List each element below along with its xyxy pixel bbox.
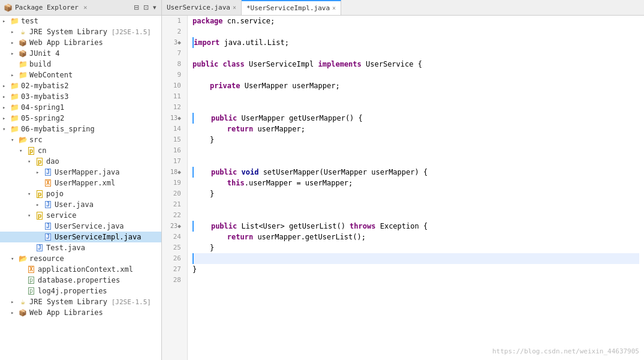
code-line-24[interactable]: return userMapper.getUserList();: [192, 232, 639, 242]
code-line-11[interactable]: [192, 91, 639, 102]
tree-arrow: ▾: [11, 137, 18, 143]
tab-userservice[interactable]: UserService.java ×: [162, 0, 242, 15]
line-number-7: 7: [165, 48, 183, 59]
code-line-22[interactable]: [192, 210, 639, 221]
tree-label: dao: [44, 157, 59, 166]
code-line-16[interactable]: [192, 145, 639, 156]
tree-arrow: ▾: [19, 148, 26, 154]
view-menu-button[interactable]: ▾: [152, 3, 158, 12]
tree-item-log4j-props[interactable]: p log4j.properties: [0, 286, 161, 296]
token: [192, 124, 227, 134]
token: List<User> getUserList(): [237, 221, 350, 232]
code-line-8[interactable]: public class UserServiceImpl implements …: [192, 59, 639, 70]
code-line-26[interactable]: [192, 253, 639, 264]
tab-close-icon[interactable]: ×: [233, 4, 236, 11]
tree-label: 03-mybatis3: [19, 92, 68, 101]
tree-item-usermapper-java[interactable]: ▸ J UserMapper.java: [0, 167, 161, 178]
token: UserMapper getUserMapper() {: [237, 113, 363, 124]
tree-item-database-props[interactable]: p database.properties: [0, 275, 161, 286]
code-line-12[interactable]: [192, 102, 639, 113]
tree-icon: 📂: [18, 135, 28, 145]
code-line-13[interactable]: public UserMapper getUserMapper() {: [192, 113, 639, 124]
tree-arrow: ▾: [2, 126, 10, 132]
tree-item-proj02[interactable]: ▸ 📁 02-mybatis2: [0, 80, 161, 91]
tree-item-appcontext-xml[interactable]: X applicationContext.xml: [0, 264, 161, 275]
tree-item-webapp-libs[interactable]: ▸ 📦 Web App Libraries: [0, 37, 161, 48]
code-line-15[interactable]: }: [192, 134, 639, 145]
code-line-7[interactable]: [192, 48, 639, 59]
tree-icon: p: [35, 189, 44, 199]
tree-item-junit[interactable]: ▸ 📦 JUnit 4: [0, 48, 161, 59]
code-line-17[interactable]: [192, 156, 639, 167]
tree-arrow: ▸: [2, 94, 10, 100]
tree-item-cn[interactable]: ▾ p cn: [0, 145, 161, 156]
token: public: [211, 113, 237, 124]
code-line-19[interactable]: this.userMapper = userMapper;: [192, 178, 639, 188]
code-line-20[interactable]: }: [192, 188, 639, 199]
tree-label: JRE System Library [J2SE-1.5]: [28, 298, 151, 306]
close-icon[interactable]: ×: [83, 4, 88, 11]
tree-item-proj03[interactable]: ▸ 📁 03-mybatis3: [0, 91, 161, 102]
tree-label: log4j.properties: [36, 287, 107, 295]
tab-close-icon[interactable]: ×: [332, 5, 336, 11]
tree-item-build[interactable]: 📁 build: [0, 59, 161, 70]
link-with-editor-button[interactable]: ⊡: [142, 3, 150, 12]
code-line-28[interactable]: [192, 275, 639, 286]
tree-item-service[interactable]: ▾ p service: [0, 210, 161, 221]
tree-item-resource[interactable]: ▾ 📂 resource: [0, 253, 161, 264]
line-number-16: 16: [165, 145, 183, 156]
tree-item-usermapper-xml[interactable]: X UserMapper.xml: [0, 178, 161, 188]
tree-arrow: ▸: [2, 83, 10, 89]
code-area[interactable]: 123◆78910111213◆1415161718◆1920212223◆24…: [162, 16, 644, 360]
tree-item-jre2[interactable]: ▸ ☕ JRE System Library [J2SE-1.5]: [0, 296, 161, 307]
code-line-18[interactable]: public void setUserMapper(UserMapper use…: [192, 167, 639, 178]
code-line-9[interactable]: [192, 70, 639, 80]
tree-item-userservice-java[interactable]: J UserService.java: [0, 221, 161, 232]
code-line-27[interactable]: }: [192, 264, 639, 275]
tree-arrow: ▸: [2, 18, 10, 24]
tree-item-proj04[interactable]: ▸ 📁 04-spring1: [0, 102, 161, 113]
token: return: [227, 232, 253, 242]
line-number-12: 12: [165, 102, 183, 113]
line-number-9: 9: [165, 70, 183, 80]
code-content[interactable]: package cn.service; import java.util.Lis…: [188, 16, 644, 360]
token: java.util.List;: [219, 37, 289, 48]
tree-label: JUnit 4: [28, 49, 60, 58]
token: package: [192, 16, 223, 26]
tree-container: ▸ 📁 test ▸ ☕ JRE System Library [J2SE-1.…: [0, 16, 161, 360]
token: }: [192, 188, 214, 199]
tree-item-webapp-libs2[interactable]: ▸ 📦 Web App Libraries: [0, 307, 161, 318]
code-line-2[interactable]: [192, 26, 639, 37]
tree-item-test[interactable]: ▸ 📁 test: [0, 16, 161, 26]
code-line-25[interactable]: }: [192, 242, 639, 253]
tree-item-dao[interactable]: ▾ p dao: [0, 156, 161, 167]
code-line-14[interactable]: return userMapper;: [192, 124, 639, 134]
collapse-all-button[interactable]: ⊟: [133, 3, 140, 12]
tree-icon: J: [43, 200, 53, 209]
code-line-1[interactable]: package cn.service;: [192, 16, 639, 26]
code-line-3[interactable]: import java.util.List;: [192, 37, 639, 48]
tab-userserviceimpl[interactable]: *UserServiceImpl.java ×: [242, 0, 341, 15]
tree-item-src[interactable]: ▾ 📂 src: [0, 134, 161, 145]
tree-label: UserMapper.xml: [53, 179, 115, 187]
token: [218, 59, 222, 70]
tree-item-test-java[interactable]: J Test.java: [0, 242, 161, 253]
tree-item-pojo[interactable]: ▾ p pojo: [0, 188, 161, 199]
tree-item-proj05[interactable]: ▸ 📁 05-spring2: [0, 113, 161, 124]
tree-icon: p: [35, 211, 44, 220]
tree-label: 06-mybatis_spring: [19, 125, 95, 133]
tree-icon: 📂: [18, 254, 28, 263]
tree-item-user-java[interactable]: ▸ J User.java: [0, 199, 161, 210]
code-line-21[interactable]: [192, 199, 639, 210]
tree-icon: X: [43, 178, 53, 188]
tree-label: applicationContext.xml: [36, 265, 133, 274]
code-line-23[interactable]: public List<User> getUserList() throws E…: [192, 221, 639, 232]
tree-arrow: ▾: [28, 191, 35, 197]
tree-item-jre1[interactable]: ▸ ☕ JRE System Library [J2SE-1.5]: [0, 26, 161, 37]
tree-item-webcontent[interactable]: ▸ 📁 WebContent: [0, 70, 161, 80]
package-icon: 📦: [4, 4, 13, 12]
code-line-10[interactable]: private UserMapper userMapper;: [192, 80, 639, 91]
token: }: [192, 264, 197, 275]
tree-item-userserviceimpl-java[interactable]: J UserServiceImpl.java: [0, 232, 161, 242]
tree-item-proj06[interactable]: ▾ 📁 06-mybatis_spring: [0, 124, 161, 134]
